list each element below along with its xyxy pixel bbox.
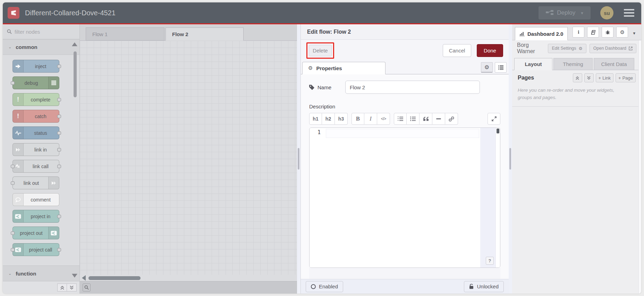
flow-enabled-toggle[interactable]: Enabled (306, 281, 343, 292)
sidebar-menu-caret-icon[interactable]: ▾ (633, 31, 635, 36)
tab-flow-2[interactable]: Flow 2 (166, 27, 244, 41)
search-flows-icon[interactable] (83, 283, 91, 291)
flow-locked-toggle[interactable]: Unlocked (464, 281, 504, 292)
scroll-left-icon[interactable] (82, 275, 86, 281)
done-button[interactable]: Done (477, 44, 503, 57)
expand-all-categories-icon[interactable] (67, 283, 77, 291)
palette-node-inject[interactable]: inject (12, 60, 59, 73)
edit-description-icon[interactable] (495, 62, 507, 73)
deploy-button[interactable]: Deploy ▾ (539, 6, 591, 19)
tab-flow-1[interactable]: Flow 1 (86, 27, 164, 41)
tab-client-data[interactable]: Client Data (594, 58, 634, 70)
flow-canvas[interactable] (80, 41, 297, 275)
ordered-list-icon[interactable] (394, 113, 407, 125)
node-port[interactable] (57, 215, 61, 218)
docs-book-icon[interactable] (587, 27, 599, 38)
node-port[interactable] (57, 131, 61, 135)
palette-node-complete[interactable]: ! complete (12, 93, 59, 106)
workspace-title: Different-Collared-Dove-4521 (25, 9, 539, 17)
canvas-scrollbar-thumb[interactable] (88, 276, 141, 280)
palette-scrollbar-thumb[interactable] (74, 51, 77, 97)
palette-node-catch[interactable]: ! catch (12, 110, 59, 123)
node-port[interactable] (11, 248, 15, 252)
node-port[interactable] (57, 148, 61, 151)
markdown-help-button[interactable]: ? (486, 257, 494, 265)
tab-properties[interactable]: ⚙ Properties (302, 62, 385, 74)
node-port[interactable] (57, 115, 61, 118)
bold-button[interactable]: B (351, 113, 364, 125)
flow-name-input[interactable] (345, 81, 480, 94)
link-chevrons-icon (48, 177, 59, 189)
palette-node-link-in[interactable]: link in (12, 143, 59, 156)
editor-scrollbar[interactable] (495, 128, 500, 268)
palette-node-project-out[interactable]: project out (12, 227, 59, 239)
palette-node-project-call[interactable]: project call (12, 243, 59, 256)
palette-node-project-in[interactable]: project in (12, 210, 59, 223)
node-port[interactable] (11, 81, 15, 85)
palette-node-comment[interactable]: comment (12, 193, 59, 206)
add-link-button[interactable]: + Link (596, 73, 613, 82)
edit-settings-button[interactable]: Edit Settings ⚙ (548, 44, 586, 53)
expand-pages-icon[interactable] (584, 73, 594, 82)
edit-properties-icon[interactable]: ⚙ (481, 62, 493, 73)
palette-node-link-call[interactable]: link call (12, 160, 59, 173)
node-red-app-window: Different-Collared-Dove-4521 Deploy ▾ su… (3, 2, 641, 294)
editor-active-line (326, 129, 479, 138)
palette-category-common[interactable]: ⌄ common (3, 39, 79, 55)
palette-search[interactable] (3, 24, 79, 39)
sidebar-resize-splitter[interactable] (509, 24, 512, 294)
properties-tab-label: Properties (316, 65, 342, 71)
debug-bug-icon[interactable] (602, 27, 613, 38)
code-button[interactable]: </> (377, 113, 390, 125)
node-port[interactable] (57, 165, 61, 168)
palette-node-status[interactable]: status (12, 126, 59, 139)
heading1-button[interactable]: h1 (309, 113, 322, 125)
pages-help-text: Here you can re-order and move your widg… (512, 85, 627, 101)
main-menu-icon[interactable] (624, 9, 634, 17)
editor-scrollbar-thumb[interactable] (497, 129, 499, 133)
add-page-button[interactable]: + Page (616, 73, 636, 82)
node-port[interactable] (11, 165, 15, 168)
unordered-list-icon[interactable] (407, 113, 420, 125)
dashboard-name: Borg Warner (517, 42, 545, 55)
node-port[interactable] (57, 98, 61, 101)
splitter-grip[interactable] (298, 148, 299, 170)
deploy-caret-icon[interactable]: ▾ (581, 10, 583, 16)
palette-node-debug[interactable]: debug (12, 76, 59, 89)
palette-scroll-up-icon[interactable] (72, 42, 77, 46)
tray-resize-splitter[interactable] (297, 24, 300, 294)
palette-category-function[interactable]: ⌄ function (3, 265, 79, 281)
tab-dashboard-2[interactable]: Dashboard 2.0 (515, 27, 568, 40)
tab-layout[interactable]: Layout (514, 58, 552, 70)
info-icon[interactable]: i (573, 27, 584, 38)
tab-theming[interactable]: Theming (553, 58, 593, 70)
flow-tab-label: Flow 1 (92, 31, 108, 37)
node-label: inject (24, 60, 58, 72)
edit-flow-tray: Edit flow: Flow 2 Delete Cancel Done ⚙ P… (300, 24, 509, 294)
node-port[interactable] (57, 248, 61, 252)
open-dashboard-button[interactable]: Open Dashboard (590, 44, 636, 53)
description-editor[interactable]: 1 ? (309, 128, 500, 268)
splitter-grip[interactable] (509, 148, 511, 170)
filter-nodes-input[interactable] (15, 29, 67, 35)
dashboard-tab-label: Dashboard 2.0 (527, 31, 563, 37)
sidebar-scrollbar[interactable] (638, 40, 641, 294)
blockquote-icon[interactable] (420, 113, 432, 125)
heading3-button[interactable]: h3 (335, 113, 348, 125)
horizontal-rule-icon[interactable] (432, 113, 445, 125)
node-port[interactable] (11, 181, 15, 185)
collapse-all-categories-icon[interactable] (57, 283, 67, 291)
user-avatar[interactable]: su (600, 6, 613, 19)
palette-node-link-out[interactable]: link out (12, 176, 59, 189)
cancel-button[interactable]: Cancel (443, 44, 471, 57)
node-port[interactable] (57, 65, 61, 68)
link-icon[interactable] (445, 113, 458, 125)
heading2-button[interactable]: h2 (322, 113, 335, 125)
collapse-pages-icon[interactable] (573, 73, 582, 82)
palette-scroll-down-icon[interactable] (72, 274, 77, 278)
delete-button[interactable]: Delete (309, 45, 332, 56)
gear-icon[interactable]: ⚙ (616, 27, 628, 38)
expand-editor-icon[interactable] (488, 113, 500, 125)
italic-button[interactable]: I (364, 113, 377, 125)
node-port[interactable] (11, 231, 15, 235)
